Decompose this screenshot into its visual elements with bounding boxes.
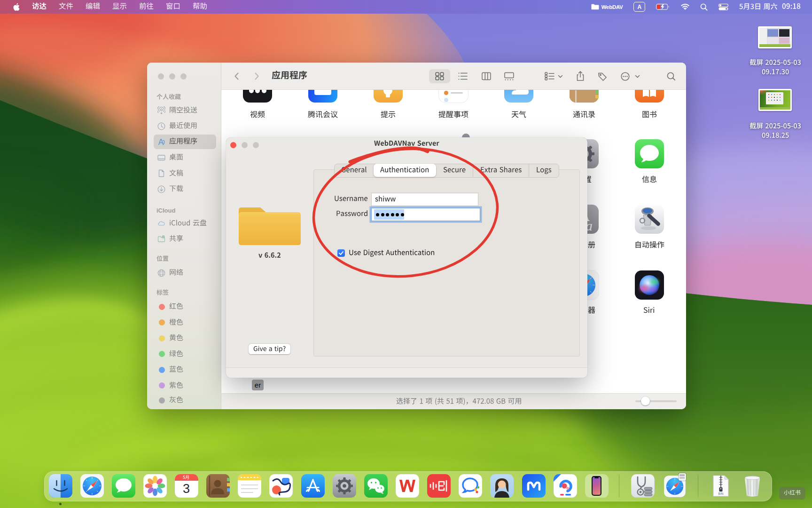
svg-text:BIN: BIN xyxy=(718,492,724,495)
